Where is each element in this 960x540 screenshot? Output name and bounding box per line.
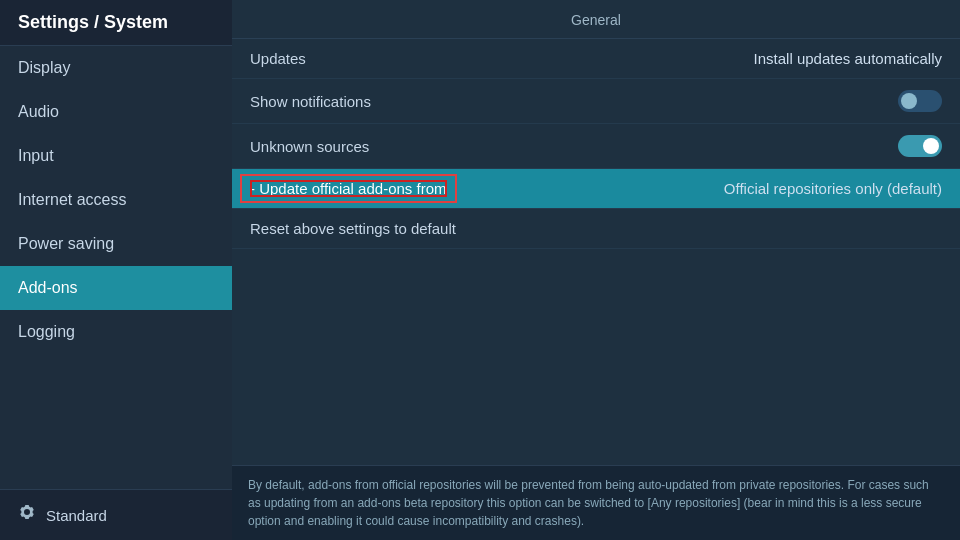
footer-description: By default, add-ons from official reposi…: [232, 465, 960, 540]
setting-label-2: Unknown sources: [250, 138, 369, 155]
section-header: General: [232, 0, 960, 39]
sidebar-item-audio[interactable]: Audio: [0, 90, 232, 134]
toggle-2[interactable]: [898, 135, 942, 157]
sidebar-item-power-saving[interactable]: Power saving: [0, 222, 232, 266]
sidebar-footer-label: Standard: [46, 507, 107, 524]
sidebar-nav: DisplayAudioInputInternet accessPower sa…: [0, 46, 232, 354]
setting-row-4[interactable]: Reset above settings to default: [232, 209, 960, 249]
settings-list: UpdatesInstall updates automaticallyShow…: [232, 39, 960, 465]
setting-row-1[interactable]: Show notifications: [232, 79, 960, 124]
setting-row-2[interactable]: Unknown sources: [232, 124, 960, 169]
sidebar-item-internet-access[interactable]: Internet access: [0, 178, 232, 222]
sidebar-item-display[interactable]: Display: [0, 46, 232, 90]
setting-label-1: Show notifications: [250, 93, 371, 110]
gear-icon: [18, 504, 36, 526]
sidebar-title: Settings / System: [0, 0, 232, 46]
sidebar-footer[interactable]: Standard: [0, 489, 232, 540]
setting-value-3: Official repositories only (default): [724, 180, 942, 197]
main-content: General UpdatesInstall updates automatic…: [232, 0, 960, 540]
sidebar: Settings / System DisplayAudioInputInter…: [0, 0, 232, 540]
sidebar-item-add-ons[interactable]: Add-ons: [0, 266, 232, 310]
setting-label-0: Updates: [250, 50, 306, 67]
toggle-1[interactable]: [898, 90, 942, 112]
setting-row-0[interactable]: UpdatesInstall updates automatically: [232, 39, 960, 79]
setting-label-3: - Update official add-ons from: [250, 180, 447, 197]
setting-label-4: Reset above settings to default: [250, 220, 456, 237]
sidebar-item-logging[interactable]: Logging: [0, 310, 232, 354]
sidebar-item-input[interactable]: Input: [0, 134, 232, 178]
setting-value-0: Install updates automatically: [754, 50, 942, 67]
setting-row-3[interactable]: - Update official add-ons fromOfficial r…: [232, 169, 960, 209]
